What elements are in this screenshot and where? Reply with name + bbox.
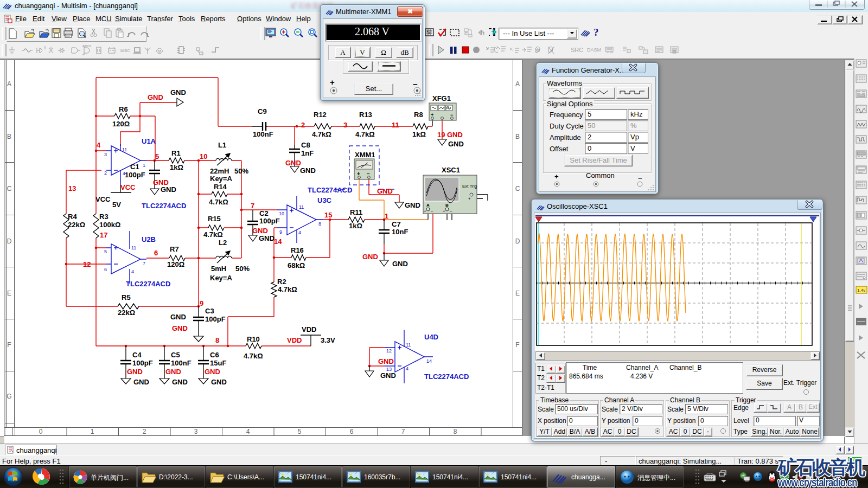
svg-text:15: 15 bbox=[324, 211, 332, 219]
svg-text:1kΩ: 1kΩ bbox=[349, 222, 362, 230]
svg-text:GND: GND bbox=[148, 93, 163, 101]
svg-text:2: 2 bbox=[143, 428, 146, 435]
svg-text:11: 11 bbox=[122, 147, 127, 152]
svg-text:R12: R12 bbox=[314, 111, 327, 119]
svg-text:R1: R1 bbox=[171, 149, 181, 157]
svg-text:100nF: 100nF bbox=[253, 130, 273, 138]
svg-text:VDD: VDD bbox=[287, 336, 302, 344]
svg-text:L2: L2 bbox=[219, 239, 227, 247]
svg-text:TLC2274ACD: TLC2274ACD bbox=[424, 373, 469, 381]
svg-text:GND: GND bbox=[211, 378, 227, 386]
svg-text:8: 8 bbox=[318, 221, 321, 227]
svg-text:22mH: 22mH bbox=[210, 167, 229, 175]
svg-text:B: B bbox=[445, 203, 449, 208]
svg-text:11: 11 bbox=[406, 342, 411, 348]
svg-text:GND: GND bbox=[127, 368, 143, 376]
svg-text:GND: GND bbox=[362, 253, 378, 261]
svg-text:GND: GND bbox=[380, 371, 396, 380]
svg-text:5: 5 bbox=[104, 249, 107, 254]
svg-text:13: 13 bbox=[68, 184, 76, 192]
svg-text:6: 6 bbox=[104, 267, 107, 272]
svg-text:4: 4 bbox=[123, 171, 125, 176]
svg-text:B: B bbox=[515, 133, 520, 140]
svg-text:4: 4 bbox=[97, 141, 101, 149]
svg-text:GND: GND bbox=[300, 166, 316, 175]
svg-text:Ext Trig: Ext Trig bbox=[462, 184, 477, 189]
svg-text:8: 8 bbox=[454, 428, 457, 435]
svg-text:4: 4 bbox=[246, 428, 250, 435]
svg-text:11: 11 bbox=[392, 121, 399, 129]
svg-text:0: 0 bbox=[39, 428, 43, 435]
svg-text:R2: R2 bbox=[277, 278, 286, 286]
svg-text:VCC: VCC bbox=[95, 195, 111, 203]
svg-text:2: 2 bbox=[301, 121, 305, 129]
svg-text:C6: C6 bbox=[210, 351, 219, 359]
svg-text:4.7kΩ: 4.7kΩ bbox=[209, 198, 228, 206]
svg-text:7: 7 bbox=[251, 202, 254, 210]
svg-text:3: 3 bbox=[194, 428, 198, 435]
svg-text:L1: L1 bbox=[218, 141, 226, 149]
svg-text:1: 1 bbox=[91, 428, 94, 435]
svg-text:GND: GND bbox=[392, 260, 408, 268]
svg-text:1nF: 1nF bbox=[301, 149, 314, 157]
svg-text:1kΩ: 1kΩ bbox=[170, 163, 183, 171]
svg-text:+: + bbox=[424, 209, 426, 214]
svg-text:GND: GND bbox=[170, 88, 186, 97]
svg-text:C8: C8 bbox=[301, 141, 310, 149]
svg-text:GND: GND bbox=[205, 368, 220, 376]
svg-text:100pF: 100pF bbox=[205, 315, 226, 323]
svg-text:100pF: 100pF bbox=[132, 359, 153, 367]
svg-text:TLC2274ACD: TLC2274ACD bbox=[142, 202, 186, 210]
svg-text:14: 14 bbox=[274, 237, 282, 246]
svg-text:GND: GND bbox=[377, 187, 393, 195]
svg-text:GND: GND bbox=[153, 178, 169, 187]
svg-text:13: 13 bbox=[386, 367, 392, 372]
svg-text:4.7kΩ: 4.7kΩ bbox=[355, 130, 375, 138]
svg-text:68kΩ: 68kΩ bbox=[288, 261, 305, 269]
svg-text:U3C: U3C bbox=[317, 196, 332, 204]
svg-text:R5: R5 bbox=[122, 293, 131, 301]
svg-text:C2: C2 bbox=[259, 209, 269, 217]
svg-text:100kΩ: 100kΩ bbox=[99, 221, 120, 229]
svg-text:4.7kΩ: 4.7kΩ bbox=[278, 285, 297, 293]
svg-text:GND: GND bbox=[170, 313, 186, 321]
svg-text:2: 2 bbox=[104, 170, 107, 176]
svg-text:R3: R3 bbox=[99, 213, 108, 221]
svg-text:R8: R8 bbox=[414, 111, 423, 119]
svg-text:VCC: VCC bbox=[120, 183, 136, 191]
svg-text:4.7kΩ: 4.7kΩ bbox=[312, 130, 331, 138]
svg-text:5mH: 5mH bbox=[211, 265, 226, 273]
svg-text:E: E bbox=[515, 290, 520, 297]
svg-text:R4: R4 bbox=[68, 213, 77, 221]
svg-text:R6: R6 bbox=[119, 105, 128, 113]
svg-text:100nF: 100nF bbox=[171, 359, 192, 367]
svg-text:9: 9 bbox=[279, 229, 282, 235]
svg-text:5: 5 bbox=[155, 152, 159, 160]
svg-text:GND: GND bbox=[165, 368, 181, 376]
svg-text:14: 14 bbox=[426, 358, 432, 364]
svg-text:GND: GND bbox=[252, 227, 268, 235]
svg-text:+: + bbox=[443, 209, 445, 214]
svg-text:12: 12 bbox=[83, 260, 91, 268]
svg-text:8: 8 bbox=[215, 336, 219, 344]
svg-text:GND: GND bbox=[378, 357, 394, 365]
svg-text:11: 11 bbox=[299, 204, 304, 210]
svg-text:Key=A: Key=A bbox=[210, 175, 232, 183]
svg-text:CMOS: CMOS bbox=[83, 44, 92, 48]
svg-text:M: M bbox=[158, 49, 161, 53]
svg-text:120Ω: 120Ω bbox=[167, 260, 184, 268]
svg-text:7: 7 bbox=[401, 428, 405, 435]
svg-text:U4D: U4D bbox=[424, 333, 438, 341]
svg-text:B: B bbox=[7, 133, 11, 140]
svg-text:C: C bbox=[7, 185, 12, 192]
svg-text:10nF: 10nF bbox=[392, 228, 408, 236]
svg-text:3: 3 bbox=[104, 152, 107, 157]
svg-text:F: F bbox=[7, 341, 11, 349]
svg-text:5V: 5V bbox=[112, 201, 121, 209]
svg-text:GND: GND bbox=[172, 324, 188, 332]
svg-text:XFG1: XFG1 bbox=[432, 94, 451, 102]
svg-text:D: D bbox=[7, 237, 12, 245]
svg-text:GND: GND bbox=[285, 159, 301, 167]
svg-text:9: 9 bbox=[200, 299, 203, 307]
svg-text:F: F bbox=[515, 341, 519, 349]
